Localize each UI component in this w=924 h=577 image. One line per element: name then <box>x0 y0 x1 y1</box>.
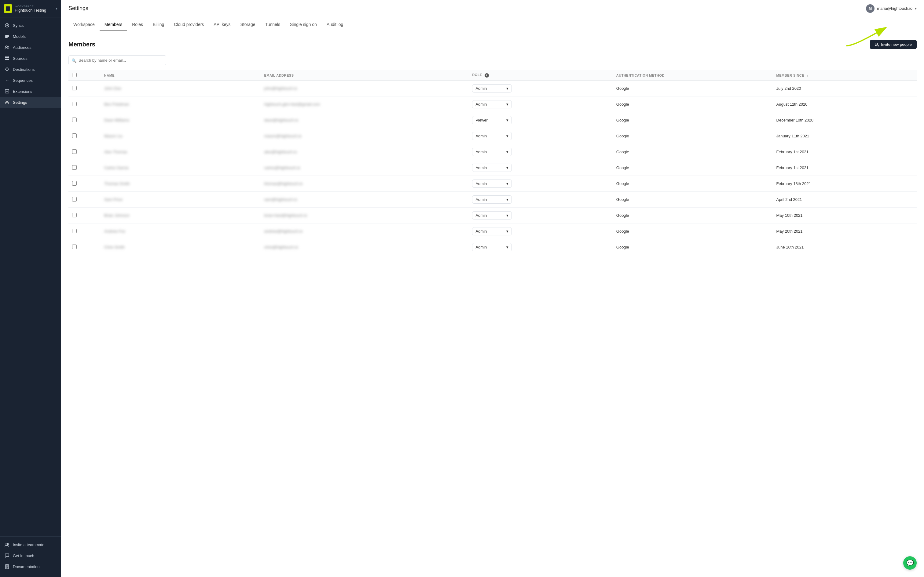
row-checkbox[interactable] <box>72 181 77 185</box>
member-name: Andrew Fox <box>100 224 261 239</box>
user-email: maria@hightouch.io <box>877 6 913 11</box>
select-all-checkbox[interactable] <box>72 73 77 77</box>
sidebar-item-sources[interactable]: Sources <box>0 53 61 64</box>
sidebar-item-label: Settings <box>13 100 27 105</box>
sidebar-item-audiences[interactable]: Audiences <box>0 42 61 53</box>
chevron-down-icon: ▾ <box>506 102 509 106</box>
role-info-icon[interactable]: i <box>485 73 489 77</box>
user-menu[interactable]: M maria@hightouch.io ▾ <box>866 4 917 13</box>
table-row: Ben Friedman hightouch.gtm+test@gmail.co… <box>68 97 917 112</box>
sync-icon <box>4 23 10 28</box>
tab-storage[interactable]: Storage <box>236 18 260 31</box>
member-role: Admin ▾ <box>468 144 612 160</box>
workspace-text: WORKSPACE Hightouch Testing <box>15 5 56 13</box>
sidebar-item-label: Models <box>13 34 26 39</box>
sidebar-item-sequences[interactable]: ··· Sequences <box>0 75 61 86</box>
workspace-name: Hightouch Testing <box>15 8 56 13</box>
sequences-icon: ··· <box>4 77 10 83</box>
workspace-switcher[interactable]: WORKSPACE Hightouch Testing ▾ <box>0 0 61 18</box>
invite-new-people-button[interactable]: Invite new people <box>870 40 917 49</box>
sort-icon[interactable]: ↑ <box>807 74 809 77</box>
tab-sso[interactable]: Single sign on <box>285 18 322 31</box>
chevron-down-icon: ▾ <box>506 245 509 250</box>
role-dropdown[interactable]: Admin ▾ <box>472 100 512 108</box>
member-email: thomas@hightouch.io <box>261 176 469 192</box>
avatar: M <box>866 4 874 13</box>
svg-rect-8 <box>5 59 7 60</box>
topbar: Settings M maria@hightouch.io ▾ <box>61 0 924 17</box>
member-role: Admin ▾ <box>468 192 612 208</box>
svg-point-5 <box>7 46 8 47</box>
member-auth: Google <box>613 224 773 239</box>
model-icon <box>4 34 10 39</box>
row-checkbox[interactable] <box>72 86 77 90</box>
row-checkbox[interactable] <box>72 102 77 106</box>
role-dropdown[interactable]: Admin ▾ <box>472 132 512 140</box>
table-row: Brian Johnson brian+test@hightouch.io Ad… <box>68 208 917 224</box>
svg-rect-6 <box>5 56 7 58</box>
content-area: Workspace Members Roles Billing Cloud pr… <box>61 17 924 577</box>
chevron-down-icon: ▾ <box>506 150 509 154</box>
tab-tunnels[interactable]: Tunnels <box>260 18 285 31</box>
member-since: February 18th 2021 <box>773 176 917 192</box>
member-email: carlos@hightouch.io <box>261 160 469 176</box>
role-dropdown[interactable]: Viewer ▾ <box>472 116 512 124</box>
member-email: hightouch.gtm+test@gmail.com <box>261 97 469 112</box>
sidebar-item-syncs[interactable]: Syncs <box>0 20 61 31</box>
row-checkbox[interactable] <box>72 245 77 249</box>
tab-audit-log[interactable]: Audit log <box>322 18 348 31</box>
member-since: December 10th 2020 <box>773 112 917 128</box>
role-dropdown[interactable]: Admin ▾ <box>472 179 512 188</box>
row-checkbox-cell <box>68 144 100 160</box>
search-input[interactable] <box>68 55 166 65</box>
main-nav: Syncs Models Audiences Sources <box>0 18 61 537</box>
member-name: Chris Smith <box>100 239 261 255</box>
row-checkbox[interactable] <box>72 197 77 201</box>
tab-roles[interactable]: Roles <box>127 18 148 31</box>
members-table: NAME EMAIL ADDRESS ROLE i AUTHENTICATION… <box>68 70 917 255</box>
extensions-icon <box>4 89 10 94</box>
role-dropdown[interactable]: Admin ▾ <box>472 164 512 172</box>
sidebar-item-label: Get in touch <box>13 553 34 558</box>
row-checkbox[interactable] <box>72 165 77 170</box>
sidebar-item-extensions[interactable]: Extensions <box>0 86 61 97</box>
role-dropdown[interactable]: Admin ▾ <box>472 148 512 156</box>
tab-api-keys[interactable]: API keys <box>209 18 235 31</box>
svg-rect-9 <box>7 59 9 60</box>
search-bar: 🔍 <box>68 55 166 65</box>
role-dropdown[interactable]: Admin ▾ <box>472 195 512 204</box>
member-role: Admin ▾ <box>468 160 612 176</box>
sidebar-item-settings[interactable]: Settings <box>0 97 61 108</box>
member-name: John Doe <box>100 81 261 97</box>
sidebar-item-docs[interactable]: Documentation <box>0 561 61 572</box>
role-dropdown[interactable]: Admin ▾ <box>472 227 512 235</box>
row-checkbox[interactable] <box>72 118 77 122</box>
tab-billing[interactable]: Billing <box>148 18 169 31</box>
svg-rect-2 <box>5 36 9 37</box>
chat-bubble-button[interactable]: 💬 <box>903 556 917 570</box>
header-auth: AUTHENTICATION METHOD <box>613 70 773 81</box>
row-checkbox-cell <box>68 192 100 208</box>
header-since: MEMBER SINCE ↑ <box>773 70 917 81</box>
svg-point-11 <box>6 102 8 103</box>
row-checkbox[interactable] <box>72 149 77 154</box>
role-dropdown[interactable]: Admin ▾ <box>472 243 512 251</box>
sidebar-item-destinations[interactable]: Destinations <box>0 64 61 75</box>
members-list: John Doe john@hightouch.io Admin ▾ Googl… <box>68 81 917 255</box>
row-checkbox[interactable] <box>72 134 77 138</box>
row-checkbox[interactable] <box>72 213 77 218</box>
member-email: dave@hightouch.io <box>261 112 469 128</box>
member-since: May 20th 2021 <box>773 224 917 239</box>
role-dropdown[interactable]: Admin ▾ <box>472 211 512 219</box>
tab-cloud-providers[interactable]: Cloud providers <box>169 18 209 31</box>
member-name: Dave Williams <box>100 112 261 128</box>
sidebar-item-get-in-touch[interactable]: Get in touch <box>0 550 61 561</box>
sidebar-item-models[interactable]: Models <box>0 31 61 42</box>
main-content: Settings M maria@hightouch.io ▾ Workspac… <box>61 0 924 577</box>
workspace-icon <box>4 4 12 13</box>
tab-members[interactable]: Members <box>100 18 127 31</box>
tab-workspace[interactable]: Workspace <box>68 18 100 31</box>
row-checkbox[interactable] <box>72 229 77 233</box>
sidebar-item-invite[interactable]: Invite a teammate <box>0 539 61 550</box>
role-dropdown[interactable]: Admin ▾ <box>472 84 512 92</box>
